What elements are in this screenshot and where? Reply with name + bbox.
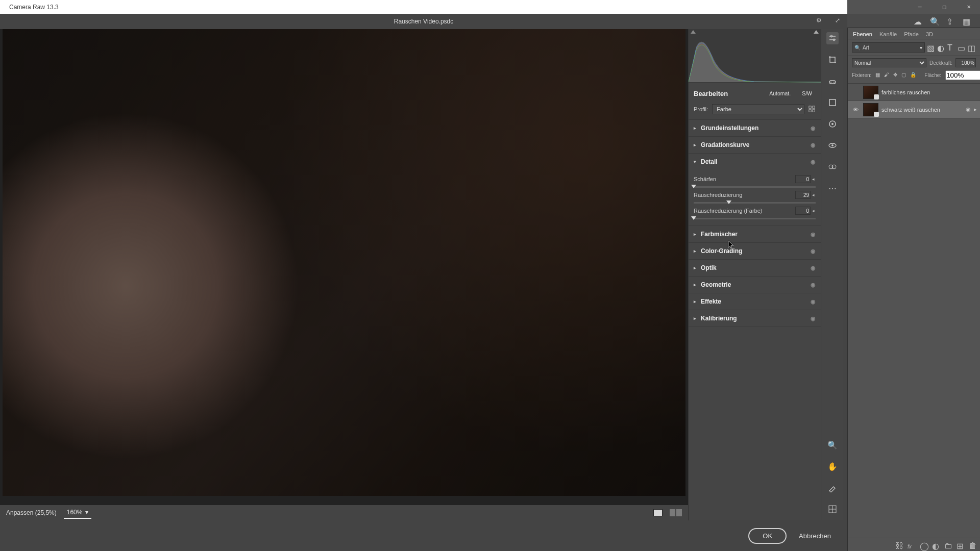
layer-row[interactable]: 👁 schwarz weiß rauschen ◉ ▸ — [848, 101, 980, 118]
disclosure-icon[interactable]: ◂ — [811, 192, 816, 197]
maximize-button[interactable]: ◻ — [937, 2, 951, 12]
tab-3d[interactable]: 3D — [926, 31, 933, 37]
filter-shape-icon[interactable]: ▭ — [958, 43, 966, 52]
layer-filter-select[interactable]: 🔍 Art ▾ — [852, 42, 925, 53]
mask-icon[interactable]: ◯ — [920, 541, 927, 548]
trash-icon[interactable]: 🗑 — [969, 541, 976, 548]
panel-effects[interactable]: Effekte◉ — [689, 293, 821, 310]
tab-layers[interactable]: Ebenen — [853, 31, 872, 37]
workspace-icon[interactable]: ▦ — [963, 17, 971, 25]
more-icon[interactable]: ⋯ — [826, 182, 839, 194]
preview-area[interactable] — [0, 29, 688, 520]
snapshot-tool-icon[interactable] — [826, 161, 839, 173]
eye-icon[interactable]: ◉ — [811, 315, 816, 322]
filter-smart-icon[interactable]: ◫ — [968, 43, 976, 52]
panel-grading[interactable]: Color-Grading◉ — [689, 243, 821, 259]
layer-row[interactable]: farbliches rauschen — [848, 84, 980, 101]
ok-button[interactable]: OK — [748, 528, 787, 544]
lock-position-icon[interactable]: ✥ — [893, 72, 897, 79]
panel-calibration[interactable]: Kalibrierung◉ — [689, 310, 821, 327]
filter-type-icon[interactable]: T — [947, 43, 955, 52]
lock-nested-icon[interactable]: ▢ — [901, 72, 906, 79]
eye-icon[interactable]: ◉ — [811, 159, 816, 165]
chevron-right-icon[interactable]: ▸ — [974, 106, 977, 113]
smartfilter-icon[interactable]: ◉ — [966, 106, 971, 113]
photoshop-layers-dock: Ebenen Kanäle Pfade 3D 🔍 Art ▾ ▧ ◐ T ▭ ◫… — [847, 28, 980, 551]
cloud-icon[interactable]: ☁ — [914, 17, 922, 25]
fill-input[interactable] — [945, 70, 980, 80]
before-after-split-icon[interactable] — [670, 509, 682, 516]
visibility-toggle[interactable]: 👁 — [851, 107, 860, 113]
edit-tool-icon[interactable] — [826, 32, 839, 44]
eye-icon[interactable]: ◉ — [811, 265, 816, 271]
eye-icon[interactable]: ◉ — [811, 248, 816, 255]
slider-sharpen-track[interactable] — [694, 186, 816, 188]
slider-nrcolor-track[interactable] — [694, 218, 816, 219]
adjustment-icon[interactable]: ◐ — [932, 541, 939, 548]
before-after-single-icon[interactable] — [653, 509, 663, 516]
eye-icon[interactable]: ◉ — [811, 282, 816, 288]
group-icon[interactable]: 🗀 — [944, 541, 951, 548]
slider-nrcolor-value[interactable] — [795, 207, 811, 215]
redeye-tool-icon[interactable] — [826, 139, 839, 152]
layer-name[interactable]: farbliches rauschen — [881, 89, 977, 95]
zoom-select[interactable]: 160% ▾ — [64, 507, 92, 519]
layer-name[interactable]: schwarz weiß rauschen — [881, 107, 963, 113]
histogram[interactable] — [689, 29, 821, 83]
layer-thumbnail[interactable] — [863, 86, 878, 99]
slider-nr-value[interactable] — [795, 191, 811, 199]
hand-tool-icon[interactable]: ✋ — [826, 460, 839, 472]
layer-thumbnail[interactable] — [863, 103, 878, 116]
grid-tool-icon[interactable] — [826, 503, 839, 515]
lock-image-icon[interactable]: 🖌 — [884, 72, 889, 79]
tab-paths[interactable]: Pfade — [904, 31, 919, 37]
lock-all-icon[interactable]: 🔒 — [910, 72, 916, 79]
cancel-button[interactable]: Abbrechen — [797, 529, 833, 543]
slider-sharpen-value[interactable] — [795, 175, 811, 183]
blend-mode-select[interactable]: Normal — [852, 58, 926, 67]
slider-nr-track[interactable] — [694, 202, 816, 204]
highlight-clip-indicator[interactable] — [814, 30, 819, 34]
tab-channels[interactable]: Kanäle — [879, 31, 897, 37]
link-layers-icon[interactable]: ⛓ — [895, 541, 902, 548]
masking-tool-icon[interactable] — [826, 96, 839, 109]
crop-tool-icon[interactable] — [826, 54, 839, 66]
eye-icon[interactable]: ◉ — [811, 142, 816, 148]
filter-adjust-icon[interactable]: ◐ — [937, 43, 945, 52]
disclosure-icon[interactable]: ◂ — [811, 177, 816, 182]
eye-icon[interactable]: ◉ — [811, 231, 816, 238]
panel-curve[interactable]: Gradationskurve ◉ — [689, 137, 821, 153]
profile-select[interactable]: Farbe — [712, 104, 804, 114]
panel-geometry[interactable]: Geometrie◉ — [689, 277, 821, 293]
slider-thumb[interactable] — [691, 216, 696, 220]
healing-tool-icon[interactable] — [826, 75, 839, 87]
fx-icon[interactable]: fx — [908, 541, 915, 548]
eye-icon[interactable]: ◉ — [811, 125, 816, 132]
lock-transparent-icon[interactable]: ▦ — [875, 72, 880, 79]
slider-thumb[interactable] — [726, 201, 731, 204]
eye-icon[interactable]: ◉ — [811, 298, 816, 305]
slider-thumb[interactable] — [691, 185, 696, 188]
new-layer-icon[interactable]: ⊞ — [957, 541, 964, 548]
opacity-input[interactable] — [955, 58, 976, 67]
disclosure-icon[interactable]: ◂ — [811, 208, 816, 213]
panel-detail[interactable]: Detail ◉ — [689, 154, 821, 170]
search-icon[interactable]: 🔍 — [930, 17, 938, 25]
bw-button[interactable]: S/W — [798, 89, 816, 98]
panel-basic[interactable]: Grundeinstellungen ◉ — [689, 120, 821, 136]
profile-browser-icon[interactable] — [808, 106, 816, 113]
shadow-clip-indicator[interactable] — [691, 30, 696, 34]
radial-filter-icon[interactable] — [826, 118, 839, 130]
share-icon[interactable]: ⇪ — [946, 17, 954, 25]
panel-optics[interactable]: Optik◉ — [689, 260, 821, 276]
panel-mixer[interactable]: Farbmischer◉ — [689, 226, 821, 242]
auto-button[interactable]: Automat. — [766, 89, 794, 98]
close-button[interactable]: ✕ — [962, 2, 976, 12]
fit-label[interactable]: Anpassen (25,5%) — [6, 509, 57, 516]
zoom-tool-icon[interactable]: 🔍 — [826, 439, 839, 451]
sampler-tool-icon[interactable] — [826, 482, 839, 494]
minimize-button[interactable]: ─ — [913, 2, 927, 12]
filter-pixel-icon[interactable]: ▧ — [927, 43, 935, 52]
expand-icon[interactable]: ⤢ — [835, 17, 840, 24]
gear-icon[interactable]: ⚙ — [816, 17, 822, 24]
